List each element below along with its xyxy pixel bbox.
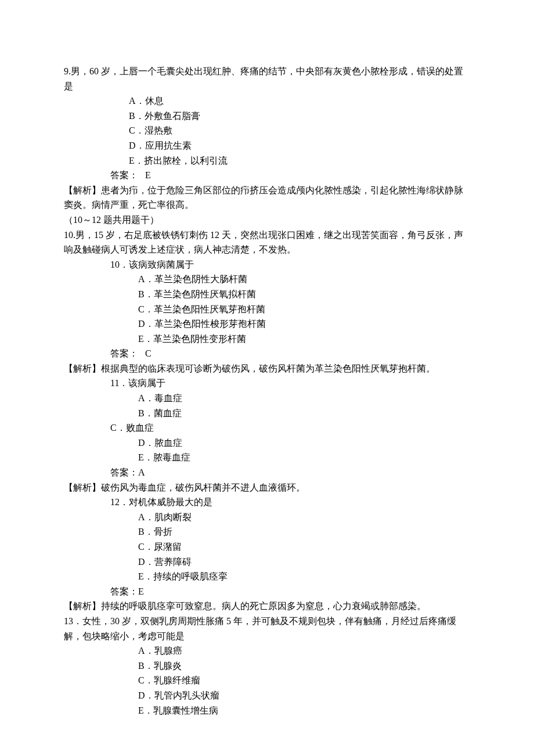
q11-option-d: D．脓血症 [64,435,470,451]
q12-title: 12．对机体威胁最大的是 [64,495,470,510]
q12-option-a: A．肌肉断裂 [64,510,470,525]
q9-option-a: A．休息 [64,93,470,109]
q11-option-b: B．菌血症 [64,406,470,421]
q13-option-a: A．乳腺癌 [64,643,470,658]
q12-option-d: D．营养障碍 [64,555,470,570]
q9-option-c: C．湿热敷 [64,123,470,138]
q13-stem: 13．女性，30 岁，双侧乳房周期性胀痛 5 年，并可触及不规则包块，伴有触痛，… [64,614,470,643]
q9-option-d: D．应用抗生素 [64,138,470,153]
q12-option-b: B．骨折 [64,524,470,539]
q11-explanation: 【解析】破伤风为毒血症，破伤风杆菌并不进人血液循环。 [64,480,470,495]
q11-title: 11．该病属于 [64,376,470,391]
q12-explanation: 【解析】持续的呼吸肌痉挛可致窒息。病人的死亡原因多为窒息，心力衰竭或肺部感染。 [64,599,470,614]
shared-stem-label: （10～12 题共用题干） [64,213,470,228]
q9-stem: 9.男，60 岁，上唇一个毛囊尖处出现红肿、疼痛的结节，中央部有灰黄色小脓栓形成… [64,64,470,93]
q11-answer: 答案：A [64,465,470,480]
q11-option-a: A．毒血症 [64,391,470,406]
q9-option-e: E．挤出脓栓，以利引流 [64,153,470,168]
q10-option-a: A．革兰染色阴性大肠杆菌 [64,272,470,287]
q11-option-e: E．脓毒血症 [64,450,470,465]
q11-option-c: C．败血症 [64,420,470,435]
q9-option-b: B．外敷鱼石脂膏 [64,109,470,124]
shared-stem-text: 10.男，15 岁，右足底被铁锈钉刺伤 12 天，突然出现张口困难，继之出现苦笑… [64,228,470,257]
q10-answer: 答案： C [64,346,470,361]
q12-option-c: C．尿潴留 [64,539,470,555]
q10-explanation: 【解析】根据典型的临床表现可诊断为破伤风，破伤风杆菌为革兰染色阳性厌氧芽抱杆菌。 [64,361,470,376]
q10-option-d: D．革兰染色阳性梭形芽孢杆菌 [64,316,470,332]
q12-answer: 答案：E [64,584,470,599]
q9-explanation: 【解析】患者为疖，位于危险三角区部位的疖挤压会造成颅内化脓性感染，引起化脓性海绵… [64,183,470,213]
q10-option-b: B．革兰染色阴性厌氧拟杆菌 [64,287,470,302]
q13-option-e: E．乳腺囊性增生病 [64,703,470,718]
q10-option-e: E．革兰染色阴性变形杆菌 [64,332,470,347]
q13-option-d: D．乳管内乳头状瘤 [64,688,470,703]
q13-option-c: C．乳腺纤维瘤 [64,673,470,688]
q10-title: 10．该病致病菌属于 [64,257,470,272]
q10-option-c: C．革兰染色阳性厌氧芽孢杆菌 [64,302,470,317]
q12-option-e: E．持续的呼吸肌痉挛 [64,569,470,584]
q9-answer: 答案： E [64,168,470,183]
q13-option-b: B．乳腺炎 [64,658,470,674]
